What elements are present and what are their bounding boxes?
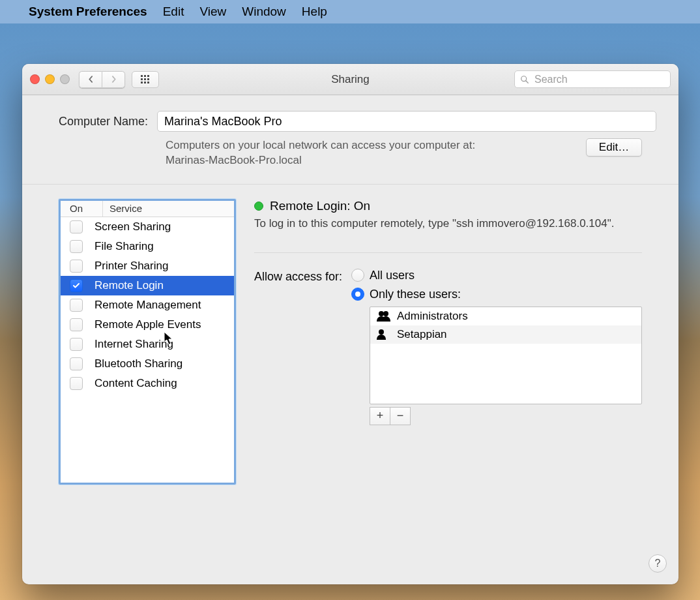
service-row-content-caching[interactable]: Content Caching	[61, 374, 234, 393]
service-checkbox[interactable]	[70, 220, 83, 233]
menu-bar: System Preferences Edit View Window Help	[0, 0, 700, 23]
menu-view[interactable]: View	[199, 5, 226, 19]
service-checkbox[interactable]	[70, 299, 83, 312]
service-checkbox[interactable]	[70, 279, 83, 292]
status-title: Remote Login: On	[270, 199, 370, 213]
user-icon	[377, 329, 390, 340]
service-checkbox[interactable]	[70, 357, 83, 370]
title-bar: Sharing	[22, 64, 678, 95]
show-all-button[interactable]	[132, 71, 159, 88]
service-label: Bluetooth Sharing	[95, 357, 182, 370]
svg-line-1	[526, 80, 529, 83]
computer-access-hint: Computers on your local network can acce…	[166, 138, 573, 168]
app-menu[interactable]: System Preferences	[29, 5, 147, 19]
user-row[interactable]: Administrators	[370, 307, 641, 325]
service-checkbox[interactable]	[70, 318, 83, 331]
service-row-remote-apple-events[interactable]: Remote Apple Events	[61, 315, 234, 335]
service-row-file-sharing[interactable]: File Sharing	[61, 237, 234, 256]
user-name: Administrators	[397, 310, 468, 323]
menu-edit[interactable]: Edit	[163, 5, 184, 19]
radio-only-users-label: Only these users:	[370, 288, 461, 301]
service-status: Remote Login: On	[254, 199, 642, 213]
grid-icon	[141, 75, 150, 84]
menu-window[interactable]: Window	[242, 5, 286, 19]
remove-user-button[interactable]: −	[390, 407, 411, 425]
radio-only-users[interactable]: Only these users:	[351, 288, 642, 301]
edit-hostname-button[interactable]: Edit…	[586, 138, 642, 157]
nav-back-forward	[79, 71, 125, 88]
back-button[interactable]	[79, 71, 102, 88]
menu-help[interactable]: Help	[302, 5, 327, 19]
search-icon	[520, 75, 529, 84]
service-row-screen-sharing[interactable]: Screen Sharing	[61, 217, 234, 237]
service-label: File Sharing	[95, 240, 154, 253]
allow-access-label: Allow access for:	[254, 269, 342, 425]
column-on[interactable]: On	[61, 201, 103, 217]
service-checkbox[interactable]	[70, 240, 83, 253]
service-label: Printer Sharing	[95, 260, 168, 273]
service-checkbox[interactable]	[70, 338, 83, 351]
service-label: Remote Management	[95, 299, 201, 312]
service-row-remote-login[interactable]: Remote Login	[61, 276, 234, 295]
service-label: Remote Apple Events	[95, 318, 201, 331]
forward-button[interactable]	[102, 71, 125, 88]
service-row-internet-sharing[interactable]: Internet Sharing	[61, 335, 234, 354]
user-name: Setappian	[397, 328, 447, 341]
group-icon	[377, 311, 390, 322]
service-label: Screen Sharing	[95, 220, 171, 233]
services-header: On Service	[61, 201, 234, 217]
service-label: Internet Sharing	[95, 338, 173, 351]
computer-name-input[interactable]	[157, 111, 656, 132]
computer-name-label: Computer Name:	[59, 115, 148, 128]
service-checkbox[interactable]	[70, 260, 83, 273]
user-row[interactable]: Setappian	[370, 325, 641, 344]
close-window-button[interactable]	[30, 74, 40, 84]
login-instruction: To log in to this computer remotely, typ…	[254, 217, 642, 230]
add-user-button[interactable]: +	[370, 407, 390, 425]
service-row-bluetooth-sharing[interactable]: Bluetooth Sharing	[61, 354, 234, 374]
search-field[interactable]	[514, 70, 671, 88]
zoom-window-button[interactable]	[60, 74, 70, 84]
radio-all-users[interactable]: All users	[351, 269, 642, 282]
radio-all-users-label: All users	[370, 269, 415, 282]
sharing-window: Sharing Computer Name: Computers on your…	[22, 64, 678, 584]
divider	[254, 252, 642, 253]
help-button[interactable]: ?	[649, 554, 667, 573]
service-checkbox[interactable]	[70, 377, 83, 390]
status-indicator-icon	[254, 202, 263, 211]
services-table[interactable]: On Service Screen SharingFile SharingPri…	[59, 199, 236, 485]
service-row-printer-sharing[interactable]: Printer Sharing	[61, 256, 234, 276]
minimize-window-button[interactable]	[45, 74, 55, 84]
column-service[interactable]: Service	[103, 201, 142, 217]
service-label: Remote Login	[95, 279, 164, 292]
users-list[interactable]: AdministratorsSetappian	[370, 307, 642, 404]
service-row-remote-management[interactable]: Remote Management	[61, 295, 234, 315]
service-label: Content Caching	[95, 377, 177, 390]
search-input[interactable]	[533, 73, 665, 86]
window-controls	[30, 74, 70, 84]
